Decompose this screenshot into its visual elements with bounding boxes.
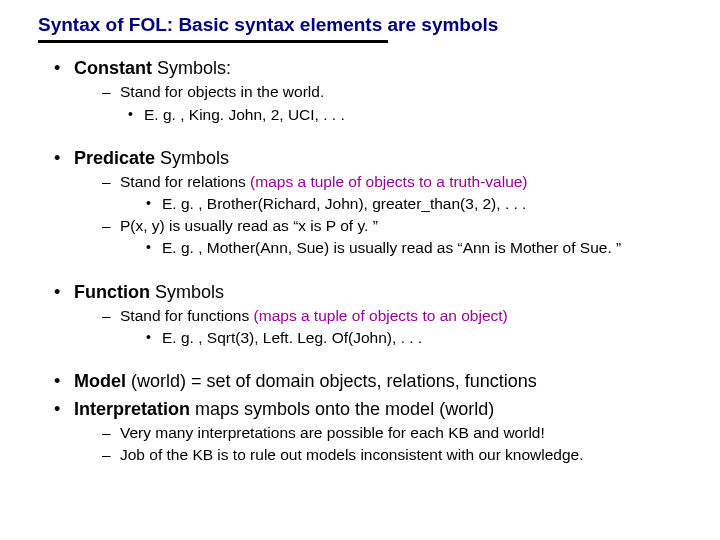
title-underline: [38, 40, 388, 43]
predicate-head-bold: Predicate: [74, 148, 155, 168]
model-rest: (world) = set of domain objects, relatio…: [126, 371, 537, 391]
function-section: Function Symbols Stand for functions (ma…: [54, 281, 690, 349]
interp-note2: Job of the KB is to rule out models inco…: [102, 445, 690, 465]
slide: Syntax of FOL: Basic syntax elements are…: [0, 0, 720, 479]
content-list: Constant Symbols: Stand for objects in t…: [30, 57, 690, 465]
function-head-rest: Symbols: [150, 282, 224, 302]
function-stand-hl: (maps a tuple of objects to an object): [254, 307, 508, 324]
interp-bold: Interpretation: [74, 399, 190, 419]
constant-section: Constant Symbols: Stand for objects in t…: [54, 57, 690, 125]
predicate-stand-pre: Stand for relations: [120, 173, 250, 190]
interp-note1: Very many interpretations are possible f…: [102, 423, 690, 443]
slide-title: Syntax of FOL: Basic syntax elements are…: [38, 14, 690, 36]
model-bold: Model: [74, 371, 126, 391]
constant-head-bold: Constant: [74, 58, 152, 78]
function-stand: Stand for functions (maps a tuple of obj…: [102, 306, 690, 348]
predicate-stand: Stand for relations (maps a tuple of obj…: [102, 172, 690, 214]
function-eg: E. g. , Sqrt(3), Left. Leg. Of(John), . …: [146, 328, 690, 348]
constant-head-rest: Symbols:: [152, 58, 231, 78]
predicate-section: Predicate Symbols Stand for relations (m…: [54, 147, 690, 259]
interpretation-line: Interpretation maps symbols onto the mod…: [54, 398, 690, 466]
function-head-bold: Function: [74, 282, 150, 302]
predicate-eg1: E. g. , Brother(Richard, John), greater_…: [146, 194, 690, 214]
interp-rest: maps symbols onto the model (world): [190, 399, 494, 419]
constant-eg: E. g. , King. John, 2, UCI, . . .: [128, 105, 690, 125]
predicate-px: P(x, y) is usually read as “x is P of y.…: [102, 216, 690, 258]
function-stand-pre: Stand for functions: [120, 307, 254, 324]
predicate-head-rest: Symbols: [155, 148, 229, 168]
predicate-eg2: E. g. , Mother(Ann, Sue) is usually read…: [146, 238, 690, 258]
constant-stand: Stand for objects in the world.: [102, 82, 690, 102]
model-line: Model (world) = set of domain objects, r…: [54, 370, 690, 393]
predicate-stand-hl: (maps a tuple of objects to a truth-valu…: [250, 173, 527, 190]
